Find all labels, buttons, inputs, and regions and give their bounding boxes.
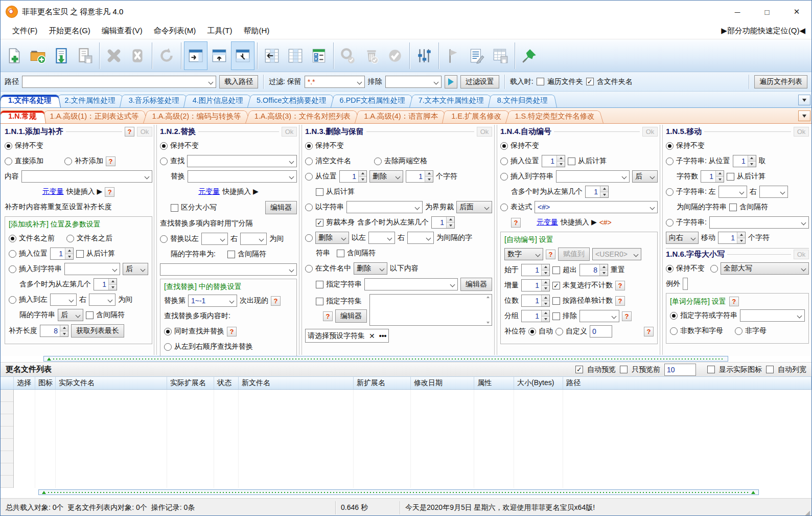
boundary-string-combo[interactable] [346, 201, 423, 213]
preview-first-checkbox[interactable] [620, 366, 628, 373]
column-icon[interactable]: 图标 [35, 377, 56, 389]
menu-command-list[interactable]: 命令列表(M) [148, 26, 202, 36]
file-table-body[interactable] [1, 390, 811, 488]
count-spinner[interactable]: 1 [701, 170, 724, 183]
direct-add-radio[interactable] [5, 158, 12, 165]
horizontal-splitter[interactable] [43, 356, 728, 362]
panel5-ok-button[interactable]: Ok [794, 127, 809, 137]
column-status[interactable]: 状态 [214, 377, 239, 389]
left-combo[interactable] [718, 186, 747, 198]
substring-pos-radio[interactable] [666, 158, 674, 165]
keep-radio[interactable] [160, 142, 168, 150]
panel1-ok-button[interactable]: Ok [137, 127, 152, 137]
substring-pos-label[interactable]: 子字符串: 从位置 [676, 156, 730, 166]
horizontal-splitter-bottom[interactable] [38, 489, 759, 495]
column-path[interactable]: 路径 [563, 377, 811, 389]
insert-pos-label[interactable]: 插入位置 [19, 249, 48, 258]
expression-radio[interactable] [500, 204, 508, 211]
substring-combo[interactable] [709, 216, 809, 229]
clear-list-button[interactable] [126, 41, 149, 70]
keep-label[interactable]: 保持不变 [170, 141, 199, 150]
replace-between-radio[interactable] [160, 235, 168, 243]
spec-string-combo[interactable] [364, 278, 458, 290]
exception-input[interactable] [683, 278, 688, 290]
insert-pos-radio[interactable] [500, 158, 508, 165]
delete-action-combo[interactable]: 删除 [369, 170, 403, 183]
editor-button[interactable]: 编辑器 [265, 201, 297, 214]
keep-label[interactable]: 保持不变 [676, 141, 705, 150]
custom-pad-radio[interactable] [555, 328, 563, 335]
pos-spinner[interactable]: 1 [339, 170, 367, 183]
delete-checked-button-disabled[interactable] [360, 41, 383, 70]
keep-label[interactable]: 保持不变 [676, 264, 705, 273]
menu-help[interactable]: 帮助(H) [238, 26, 275, 36]
apply-button-disabled[interactable] [383, 41, 407, 70]
command-edit-button[interactable] [465, 41, 489, 70]
start-spinner[interactable]: 1 [521, 264, 550, 276]
direction-combo[interactable]: 向右 [666, 232, 699, 244]
quick-locate-label[interactable]: ▶部分功能快速定位(Q)◀ [721, 26, 805, 36]
nth-occurrence-combo[interactable]: 1~-1 [188, 295, 237, 307]
case-change-radio[interactable] [710, 265, 718, 273]
maximize-button[interactable]: □ [752, 1, 782, 23]
custom-pad-input[interactable]: 0 [590, 325, 612, 338]
per-path-label[interactable]: 按路径单独计数 [563, 296, 613, 305]
trim-spaces-label[interactable]: 去除两端空格 [384, 156, 427, 166]
before-after-combo[interactable]: 后 [632, 170, 658, 183]
filter-settings-button[interactable]: 过滤设置 [460, 75, 499, 88]
panel-splitter[interactable] [494, 125, 497, 355]
include-separator-label[interactable]: 含间隔符 [739, 203, 768, 212]
menu-edit-view[interactable]: 编辑查看(V) [96, 26, 148, 36]
panel-right-toggle[interactable] [184, 41, 207, 70]
subtab-normal[interactable]: 1.N.常规 [0, 109, 46, 123]
substring-between-label[interactable]: 子字符串: 左 [676, 187, 716, 196]
tab-music-tag[interactable]: 3.音乐标签处理 [120, 94, 189, 107]
from-pos-radio[interactable] [305, 173, 313, 181]
clear-icon[interactable]: ✕ [365, 332, 379, 340]
insert-left-label[interactable]: 插入到左 [19, 295, 48, 304]
increment-spinner[interactable]: 1 [521, 279, 550, 291]
spec-separator-radio[interactable] [670, 312, 678, 320]
calc-from-end-label[interactable]: 从后计算 [86, 249, 115, 258]
keep-radio[interactable] [666, 142, 674, 150]
help-button[interactable]: ? [729, 297, 739, 306]
panel-bottom-toggle[interactable] [231, 41, 254, 70]
pos-spinner[interactable]: 1 [733, 155, 756, 167]
find-label[interactable]: 查找 [170, 156, 184, 166]
simultaneous-label[interactable]: 同时查找并替换 [174, 327, 224, 336]
main-tabs-dropdown-button[interactable] [798, 95, 810, 105]
menu-tools[interactable]: 工具(T) [201, 26, 238, 36]
delete-button[interactable] [102, 41, 126, 70]
insert-pos-label[interactable]: 插入位置 [511, 156, 539, 166]
column-new-ext[interactable]: 新扩展名 [354, 377, 411, 389]
before-name-label[interactable]: 文件名之前 [19, 234, 64, 243]
find-combo[interactable] [187, 155, 297, 167]
nth-spinner[interactable]: 1 [94, 278, 117, 290]
overflow-checkbox[interactable] [552, 266, 560, 274]
charset-editor-button[interactable]: 编辑器 [335, 309, 367, 323]
refresh-button[interactable] [155, 41, 178, 70]
charset-textarea[interactable] [369, 294, 492, 326]
tab-file-attr[interactable]: 2.文件属性处理 [56, 94, 125, 107]
between-action-combo[interactable]: 删除 [315, 232, 349, 244]
scroll-down-icon[interactable] [485, 322, 491, 324]
preset-charset-combo[interactable]: 请选择预设字符集✕••• [305, 329, 389, 343]
resize-grip[interactable]: ◢ [805, 509, 810, 516]
column-current-ext[interactable]: 实际扩展名 [167, 377, 214, 389]
ltr-order-label[interactable]: 从左到右顺序查找并替换 [174, 342, 253, 351]
load-list-button[interactable] [50, 41, 73, 70]
nth-spinner[interactable]: 1 [585, 186, 609, 198]
include-separator-checkbox[interactable] [337, 250, 344, 257]
non-alnum-radio[interactable] [670, 327, 678, 335]
replace-combo[interactable] [188, 170, 297, 183]
charset-label[interactable]: 指定字符集 [326, 297, 362, 306]
custom-pad-label[interactable]: 自定义 [566, 327, 587, 336]
subtab-specific-type[interactable]: 1.S.特定类型文件名修改 [505, 109, 604, 123]
panel-splitter[interactable] [660, 125, 663, 355]
flag-marker-button[interactable] [442, 41, 465, 70]
open-folder-add-button[interactable] [26, 41, 50, 70]
keep-label[interactable]: 保持不变 [15, 141, 43, 150]
include-separator-label[interactable]: 含间隔符 [347, 249, 376, 258]
spec-separator-label[interactable]: 指定字符或字符串 [680, 311, 737, 320]
tab-filename[interactable]: 1.文件名处理 [0, 94, 61, 107]
